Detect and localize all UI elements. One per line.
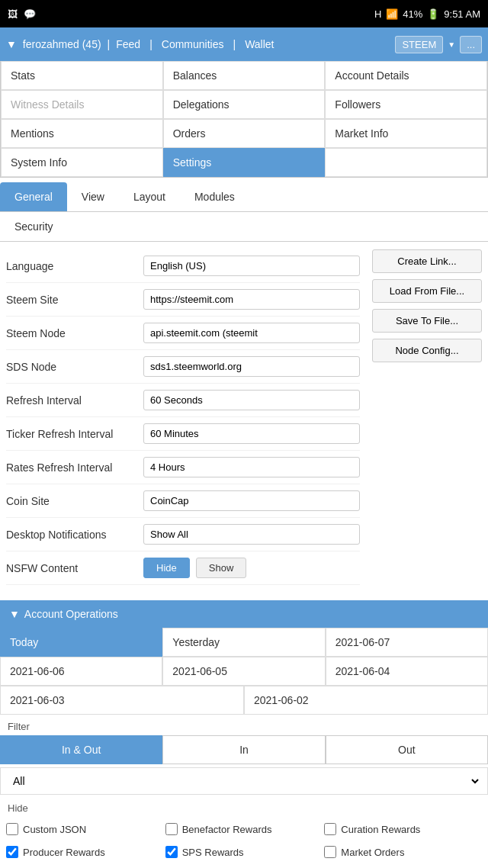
date-yesterday[interactable]: Yesterday bbox=[162, 628, 325, 657]
dropdown-arrow[interactable]: ▼ bbox=[6, 38, 17, 50]
date-today[interactable]: Today bbox=[0, 628, 162, 657]
checkbox-sps-rewards-input[interactable] bbox=[165, 846, 178, 858]
checkbox-grid: Custom JSON Benefactor Rewards Curation … bbox=[0, 815, 488, 868]
control-ticker-refresh: 60 Minutes 30 Minutes bbox=[143, 423, 360, 444]
row-sds-node: SDS Node sds1.steemworld.org bbox=[6, 350, 360, 384]
tab-general[interactable]: General bbox=[0, 182, 67, 211]
date-2021-06-07[interactable]: 2021-06-07 bbox=[326, 628, 488, 657]
checkbox-market-orders-input[interactable] bbox=[324, 846, 336, 858]
date-2021-06-04[interactable]: 2021-06-04 bbox=[326, 657, 488, 686]
menu-delegations[interactable]: Delegations bbox=[163, 90, 326, 119]
menu-market-info[interactable]: Market Info bbox=[325, 119, 487, 148]
status-left: 🖼 💬 bbox=[8, 8, 36, 20]
select-steem-node[interactable]: api.steemit.com (steemit bbox=[143, 323, 360, 343]
checkbox-curation-rewards-label: Curation Rewards bbox=[341, 824, 420, 835]
select-coin-site[interactable]: CoinCap CoinGecko bbox=[143, 490, 360, 511]
row-ticker-refresh: Ticker Refresh Interval 60 Minutes 30 Mi… bbox=[6, 417, 360, 451]
checkbox-custom-json-input[interactable] bbox=[6, 823, 18, 835]
row-rates-refresh: Rates Refresh Interval 4 Hours 2 Hours 8… bbox=[6, 451, 360, 484]
menu-account-details[interactable]: Account Details bbox=[325, 61, 487, 90]
menu-stats[interactable]: Stats bbox=[1, 61, 163, 90]
select-steem-site[interactable]: https://steemit.com bbox=[143, 289, 360, 310]
status-bar: 🖼 💬 H 📶 41% 🔋 9:51 AM bbox=[0, 0, 488, 27]
nav-wallet[interactable]: Wallet bbox=[245, 38, 274, 50]
label-language: Language bbox=[6, 260, 143, 272]
filter-out[interactable]: Out bbox=[326, 735, 488, 764]
checkbox-producer-rewards: Producer Rewards bbox=[6, 841, 164, 863]
menu-orders[interactable]: Orders bbox=[163, 119, 326, 148]
date-2021-06-02[interactable]: 2021-06-02 bbox=[244, 686, 488, 715]
nav-feed[interactable]: Feed bbox=[116, 38, 140, 50]
settings-section: Language English (US) Spanish French Ste… bbox=[0, 242, 366, 593]
all-select[interactable]: All bbox=[7, 771, 481, 791]
account-ops-header: ▼ Account Operations bbox=[0, 600, 488, 628]
status-right: H 📶 41% 🔋 9:51 AM bbox=[374, 8, 480, 20]
checkbox-producer-rewards-input[interactable] bbox=[6, 846, 18, 858]
date-2021-06-03[interactable]: 2021-06-03 bbox=[0, 686, 244, 715]
node-config-button[interactable]: Node Config... bbox=[372, 339, 482, 362]
label-desktop-notifications: Desktop Notifications bbox=[6, 529, 143, 541]
select-language[interactable]: English (US) Spanish French bbox=[143, 256, 360, 276]
row-language: Language English (US) Spanish French bbox=[6, 249, 360, 283]
menu-system-info[interactable]: System Info bbox=[1, 148, 163, 177]
nav-communities[interactable]: Communities bbox=[162, 38, 224, 50]
label-rates-refresh: Rates Refresh Interval bbox=[6, 461, 143, 474]
steem-button[interactable]: STEEM bbox=[395, 36, 443, 53]
checkbox-curation-rewards: Curation Rewards bbox=[324, 818, 482, 840]
filter-in-out[interactable]: In & Out bbox=[0, 735, 162, 764]
checkbox-sps-rewards: SPS Rewards bbox=[165, 841, 323, 863]
tab-view[interactable]: View bbox=[67, 182, 119, 211]
select-ticker-refresh[interactable]: 60 Minutes 30 Minutes bbox=[143, 423, 360, 444]
battery-icon: 🔋 bbox=[427, 8, 439, 20]
nav-right-buttons: STEEM ▼ ... bbox=[395, 36, 482, 53]
save-to-file-button[interactable]: Save To File... bbox=[372, 309, 482, 333]
checkbox-market-orders: Market Orders bbox=[324, 841, 482, 863]
menu-followers[interactable]: Followers bbox=[325, 90, 487, 119]
checkbox-curation-rewards-input[interactable] bbox=[324, 823, 336, 835]
settings-left: Language English (US) Spanish French Ste… bbox=[0, 242, 366, 593]
date-grid-row3: 2021-06-03 2021-06-02 bbox=[0, 686, 488, 715]
chevron-down-icon: ▼ bbox=[9, 608, 20, 620]
create-link-button[interactable]: Create Link... bbox=[372, 249, 482, 273]
control-steem-site: https://steemit.com bbox=[143, 289, 360, 310]
nsfw-show-button[interactable]: Show bbox=[196, 558, 247, 578]
row-nsfw: NSFW Content Hide Show bbox=[6, 551, 360, 585]
date-2021-06-05[interactable]: 2021-06-05 bbox=[162, 657, 325, 686]
checkbox-producer-rewards-label: Producer Rewards bbox=[23, 847, 105, 858]
checkbox-witness-related: Witness Related bbox=[6, 864, 164, 868]
nsfw-hide-button[interactable]: Hide bbox=[143, 558, 190, 578]
filter-in[interactable]: In bbox=[162, 735, 325, 764]
checkbox-custom-json: Custom JSON bbox=[6, 818, 164, 840]
select-desktop-notifications[interactable]: Show All None bbox=[143, 524, 360, 545]
select-refresh-interval[interactable]: 60 Seconds 30 Seconds 120 Seconds bbox=[143, 390, 360, 410]
row-coin-site: Coin Site CoinCap CoinGecko bbox=[6, 484, 360, 518]
load-from-file-button[interactable]: Load From File... bbox=[372, 279, 482, 303]
tab-security[interactable]: Security bbox=[0, 212, 68, 241]
control-desktop-notifications: Show All None bbox=[143, 524, 360, 545]
nav-arrow: ▼ bbox=[448, 40, 455, 49]
user-section: ▼ ferozahmed (45) | Feed | Communities |… bbox=[6, 38, 387, 50]
hide-label: Hide bbox=[0, 798, 488, 815]
checkbox-benefactor-rewards-input[interactable] bbox=[165, 823, 178, 835]
image-icon: 🖼 bbox=[8, 8, 18, 20]
select-rates-refresh[interactable]: 4 Hours 2 Hours 8 Hours bbox=[143, 457, 360, 477]
dots-button[interactable]: ... bbox=[460, 36, 482, 53]
tab-layout[interactable]: Layout bbox=[119, 182, 180, 211]
select-sds-node[interactable]: sds1.steemworld.org bbox=[143, 356, 360, 377]
account-ops-title: Account Operations bbox=[24, 608, 118, 620]
date-2021-06-06[interactable]: 2021-06-06 bbox=[0, 657, 162, 686]
menu-settings[interactable]: Settings bbox=[163, 148, 326, 177]
menu-grid: Stats Balances Account Details Witness D… bbox=[0, 61, 488, 178]
username[interactable]: ferozahmed (45) bbox=[23, 38, 101, 50]
battery-percent: 41% bbox=[403, 8, 422, 20]
checkbox-benefactor-rewards: Benefactor Rewards bbox=[165, 818, 323, 840]
checkbox-benefactor-rewards-label: Benefactor Rewards bbox=[182, 824, 272, 835]
control-coin-site: CoinCap CoinGecko bbox=[143, 490, 360, 511]
menu-balances[interactable]: Balances bbox=[163, 61, 326, 90]
signal-icon: 📶 bbox=[386, 8, 398, 20]
menu-mentions[interactable]: Mentions bbox=[1, 119, 163, 148]
nav-links: Feed | Communities | Wallet bbox=[116, 38, 274, 50]
row-refresh-interval: Refresh Interval 60 Seconds 30 Seconds 1… bbox=[6, 384, 360, 417]
tab-modules[interactable]: Modules bbox=[180, 182, 249, 211]
control-language: English (US) Spanish French bbox=[143, 256, 360, 276]
